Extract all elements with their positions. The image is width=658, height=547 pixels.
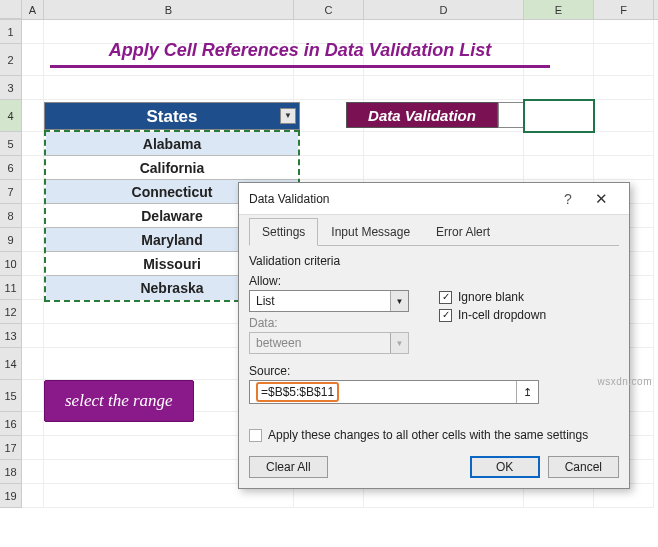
states-header-cell[interactable]: States ▼	[44, 102, 300, 130]
col-header-E[interactable]: E	[524, 0, 594, 19]
tab-input-message[interactable]: Input Message	[318, 218, 423, 246]
row-header[interactable]: 8	[0, 204, 22, 228]
checkbox-icon	[249, 429, 262, 442]
clear-all-button[interactable]: Clear All	[249, 456, 328, 478]
col-header-D[interactable]: D	[364, 0, 524, 19]
row-header[interactable]: 5	[0, 132, 22, 156]
col-header-B[interactable]: B	[44, 0, 294, 19]
column-headers: A B C D E F	[0, 0, 658, 20]
tab-error-alert[interactable]: Error Alert	[423, 218, 503, 246]
data-value: between	[256, 336, 301, 350]
row-header[interactable]: 17	[0, 436, 22, 460]
data-validation-label: Data Validation	[346, 102, 498, 128]
close-button[interactable]: ✕	[583, 190, 619, 208]
source-value-highlighted: =$B$5:$B$11	[256, 382, 339, 402]
cancel-button[interactable]: Cancel	[548, 456, 619, 478]
page-title: Apply Cell References in Data Validation…	[50, 40, 550, 68]
row-header[interactable]: 19	[0, 484, 22, 508]
ignore-blank-checkbox[interactable]: ✓ Ignore blank	[439, 290, 546, 304]
select-all-corner[interactable]	[0, 0, 22, 19]
col-header-C[interactable]: C	[294, 0, 364, 19]
range-selector-button[interactable]: ↥	[516, 381, 538, 403]
row-header[interactable]: 10	[0, 252, 22, 276]
allow-select[interactable]: List ▼	[249, 290, 409, 312]
row-header[interactable]: 4	[0, 100, 22, 132]
source-input[interactable]: =$B$5:$B$11 ↥	[249, 380, 539, 404]
dialog-title: Data Validation	[249, 192, 553, 206]
data-validation-dialog: Data Validation ? ✕ Settings Input Messa…	[238, 182, 630, 489]
checkbox-icon: ✓	[439, 291, 452, 304]
chevron-down-icon: ▼	[390, 291, 408, 311]
row-header[interactable]: 7	[0, 180, 22, 204]
table-row[interactable]: California	[46, 156, 298, 180]
allow-label: Allow:	[249, 274, 419, 288]
row-header[interactable]: 18	[0, 460, 22, 484]
states-header-label: States	[146, 107, 197, 126]
row-header[interactable]: 3	[0, 76, 22, 100]
row-header[interactable]: 13	[0, 324, 22, 348]
ok-button[interactable]: OK	[470, 456, 540, 478]
chevron-down-icon: ▼	[284, 102, 292, 130]
source-label: Source:	[249, 364, 619, 378]
data-label: Data:	[249, 316, 419, 330]
table-row[interactable]: Alabama	[46, 132, 298, 156]
dialog-footer: Clear All OK Cancel	[249, 442, 619, 478]
dialog-titlebar[interactable]: Data Validation ? ✕	[239, 183, 629, 215]
close-icon: ✕	[595, 190, 608, 207]
apply-changes-checkbox[interactable]: Apply these changes to all other cells w…	[249, 428, 619, 442]
watermark: wsxdn.com	[597, 376, 652, 387]
help-button[interactable]: ?	[553, 191, 583, 207]
tab-settings[interactable]: Settings	[249, 218, 318, 246]
row-header[interactable]: 1	[0, 20, 22, 44]
col-header-A[interactable]: A	[22, 0, 44, 19]
help-icon: ?	[564, 191, 572, 207]
row-header[interactable]: 11	[0, 276, 22, 300]
annotation-note: select the range	[44, 380, 194, 422]
checkbox-icon: ✓	[439, 309, 452, 322]
incell-dropdown-checkbox[interactable]: ✓ In-cell dropdown	[439, 308, 546, 322]
filter-dropdown-button[interactable]: ▼	[280, 108, 296, 124]
collapse-dialog-icon: ↥	[523, 386, 532, 399]
row-header[interactable]: 12	[0, 300, 22, 324]
page-title-wrap: Apply Cell References in Data Validation…	[50, 40, 550, 68]
row-header[interactable]: 16	[0, 412, 22, 436]
criteria-label: Validation criteria	[249, 254, 619, 268]
row-header[interactable]: 9	[0, 228, 22, 252]
dialog-tabs: Settings Input Message Error Alert	[249, 217, 619, 246]
ignore-blank-label: Ignore blank	[458, 290, 524, 304]
incell-label: In-cell dropdown	[458, 308, 546, 322]
row-header[interactable]: 2	[0, 44, 22, 76]
col-header-F[interactable]: F	[594, 0, 654, 19]
row-header[interactable]: 15	[0, 380, 22, 412]
allow-value: List	[256, 294, 275, 308]
data-select: between ▼	[249, 332, 409, 354]
chevron-down-icon: ▼	[390, 333, 408, 353]
apply-label: Apply these changes to all other cells w…	[268, 428, 588, 442]
row-header[interactable]: 6	[0, 156, 22, 180]
row-header[interactable]: 14	[0, 348, 22, 380]
selected-cell-E4[interactable]	[524, 100, 594, 132]
